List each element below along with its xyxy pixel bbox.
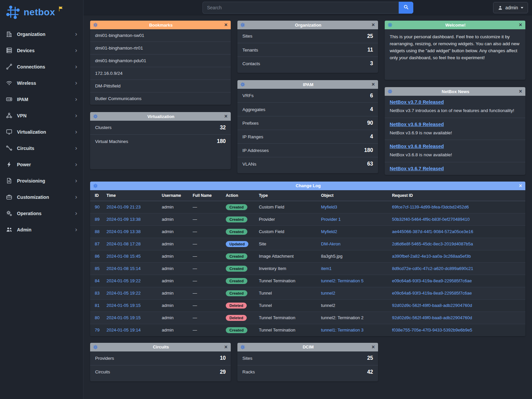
welcome-text: This is your personal dashboard. Feel fr… — [385, 29, 525, 80]
widget-header[interactable]: Bookmarks × — [90, 21, 231, 29]
changelog-time-link[interactable]: 2024-01-09 21:23 — [106, 204, 141, 209]
sidebar-item-customization[interactable]: Customization› — [0, 189, 83, 205]
gear-icon[interactable] — [240, 345, 245, 349]
news-headline-link[interactable]: NetBox v3.6.8 Released — [390, 144, 444, 149]
changelog-id-link[interactable]: 85 — [95, 266, 99, 271]
changelog-id-link[interactable]: 80 — [95, 315, 99, 320]
changelog-time-link[interactable]: 2024-01-05 19:22 — [106, 278, 141, 283]
widget-header[interactable]: Virtualization × — [90, 112, 231, 121]
widget-header[interactable]: IPAM × — [237, 80, 378, 89]
request-id-link[interactable]: a390fbef-2a82-4e10-aa0a-3c268aa5ef3b — [392, 254, 471, 259]
gear-icon[interactable] — [388, 89, 392, 94]
sidebar-item-vpn[interactable]: VPN› — [0, 107, 83, 124]
sidebar-item-provisioning[interactable]: Provisioning› — [0, 173, 83, 189]
sidebar-item-circuits[interactable]: Circuits› — [0, 140, 83, 156]
request-id-link[interactable]: 50b32f40-5464-4f9c-b83f-0ef270489410 — [392, 217, 469, 222]
request-id-link[interactable]: e09c64a6-93f3-419a-8ea9-229585f7c6ae — [392, 291, 472, 296]
bookmark-item[interactable]: Butler Communications — [90, 92, 231, 105]
changelog-id-link[interactable]: 84 — [95, 278, 99, 283]
changelog-id-link[interactable]: 86 — [95, 254, 99, 259]
gear-icon[interactable] — [93, 114, 98, 119]
close-icon[interactable]: × — [371, 22, 375, 28]
news-headline-link[interactable]: NetBox v3.6.9 Released — [390, 122, 444, 127]
request-id-link[interactable]: 69fce7cf-1139-4d99-bfea-f3dcbd2452d6 — [392, 204, 469, 209]
gear-icon[interactable] — [240, 23, 245, 27]
logo-row[interactable]: netbox — [0, 0, 83, 24]
stat-row: Aggregates4 — [237, 102, 378, 116]
object-link[interactable]: tunnel1: Termination 3 — [321, 328, 364, 332]
changelog-time-link[interactable]: 2024-01-09 13:38 — [106, 217, 141, 222]
news-headline-link[interactable]: NetBox v3.7.0 Released — [390, 99, 444, 105]
request-id-link[interactable]: 2d6d6e8f-5465-45dc-8ec3-2019d4087b5a — [392, 241, 473, 246]
bookmark-item[interactable]: 172.16.0.9/24 — [90, 67, 231, 79]
request-id-link[interactable]: 92d02d9c-562f-49f0-baa8-adb22904760d — [392, 315, 472, 320]
widget-header[interactable]: NetBox News × — [385, 87, 525, 96]
changelog-id-link[interactable]: 87 — [95, 241, 99, 246]
stat-value: 6 — [370, 93, 373, 99]
sidebar-item-operations[interactable]: Operations› — [0, 205, 83, 221]
object-link[interactable]: Myfield3 — [321, 204, 337, 209]
request-id-link[interactable]: ae445066-387d-44f1-9084-572a05ce3e16 — [392, 229, 473, 234]
changelog-time-link[interactable]: 2024-01-08 15:14 — [106, 266, 141, 271]
sidebar-item-devices[interactable]: Devices› — [0, 42, 83, 59]
widget-header[interactable]: Change Log × — [90, 182, 525, 190]
changelog-time-link[interactable]: 2024-01-05 19:15 — [106, 315, 141, 320]
bookmark-item[interactable]: dmi01-binghamton-sw01 — [90, 29, 231, 42]
gear-icon[interactable] — [93, 184, 98, 188]
request-id-link[interactable]: f038e755-705e-47f3-9433-5392b9e6b9e5 — [392, 328, 472, 332]
widget-header[interactable]: Organization × — [237, 21, 378, 29]
close-icon[interactable]: × — [224, 114, 228, 119]
changelog-time-link[interactable]: 2024-01-05 19:15 — [106, 303, 141, 308]
bookmark-item[interactable]: DM-Pittsfield — [90, 79, 231, 92]
bookmark-item[interactable]: dmi01-binghamton-pdu01 — [90, 54, 231, 67]
changelog-time-link[interactable]: 2024-01-09 13:38 — [106, 229, 141, 234]
username-cell: admin — [159, 213, 190, 225]
close-icon[interactable]: × — [519, 183, 522, 189]
sidebar-item-wireless[interactable]: Wireless› — [0, 75, 83, 91]
object-link[interactable]: DM-Akron — [321, 241, 341, 246]
changelog-id-link[interactable]: 89 — [95, 217, 99, 222]
changelog-time-link[interactable]: 2024-01-08 15:45 — [106, 254, 141, 259]
gear-icon[interactable] — [388, 23, 392, 27]
close-icon[interactable]: × — [371, 82, 375, 87]
sidebar-item-ipam[interactable]: IPAM› — [0, 91, 83, 107]
changelog-id-link[interactable]: 90 — [95, 204, 99, 209]
request-id-link[interactable]: 8d9cd72e-cd0c-47c2-a620-dc899a690c21 — [392, 266, 473, 271]
changelog-time-link[interactable]: 2024-01-05 19:22 — [106, 291, 141, 296]
user-menu-button[interactable]: admin — [493, 2, 528, 13]
close-icon[interactable]: × — [371, 344, 375, 350]
sidebar-item-connections[interactable]: Connections› — [0, 59, 83, 75]
object-link[interactable]: tunnel2 — [321, 291, 335, 296]
changelog-id-link[interactable]: 83 — [95, 291, 99, 296]
stat-value: 63 — [367, 161, 373, 167]
sidebar-item-organization[interactable]: Organization› — [0, 26, 83, 42]
object-link[interactable]: Provider 1 — [321, 217, 341, 222]
widget-header[interactable]: Circuits × — [90, 343, 231, 351]
close-icon[interactable]: × — [519, 89, 522, 94]
object-link[interactable]: Myfield2 — [321, 229, 337, 234]
search-button[interactable] — [399, 2, 413, 14]
request-id-link[interactable]: e09c64a6-93f3-419a-8ea9-229585f7c6ae — [392, 278, 472, 283]
close-icon[interactable]: × — [224, 344, 228, 350]
news-headline-link[interactable]: NetBox v3.6.7 Released — [390, 166, 444, 171]
changelog-id-link[interactable]: 81 — [95, 303, 99, 308]
changelog-id-link[interactable]: 79 — [95, 328, 99, 332]
sidebar-item-power[interactable]: Power› — [0, 156, 83, 173]
object-link[interactable]: item1 — [321, 266, 332, 271]
changelog-time-link[interactable]: 2024-01-05 19:14 — [106, 328, 141, 332]
gear-icon[interactable] — [240, 82, 245, 87]
sidebar-item-admin[interactable]: Admin› — [0, 221, 83, 238]
sidebar-item-virtualization[interactable]: Virtualization› — [0, 124, 83, 140]
request-id-link[interactable]: 92d02d9c-562f-49f0-baa8-adb22904760d — [392, 303, 472, 308]
close-icon[interactable]: × — [519, 22, 522, 28]
search-input[interactable] — [202, 2, 399, 14]
gear-icon[interactable] — [93, 23, 98, 27]
bookmark-item[interactable]: dmi01-binghamton-rtr01 — [90, 42, 231, 54]
widget-header[interactable]: Welcome! × — [385, 21, 525, 29]
changelog-time-link[interactable]: 2024-01-08 17:28 — [106, 241, 141, 246]
object-link[interactable]: tunnel2: Termination 5 — [321, 278, 364, 283]
widget-header[interactable]: DCIM × — [237, 343, 378, 351]
gear-icon[interactable] — [93, 345, 98, 349]
changelog-id-link[interactable]: 88 — [95, 229, 99, 234]
close-icon[interactable]: × — [224, 22, 228, 28]
